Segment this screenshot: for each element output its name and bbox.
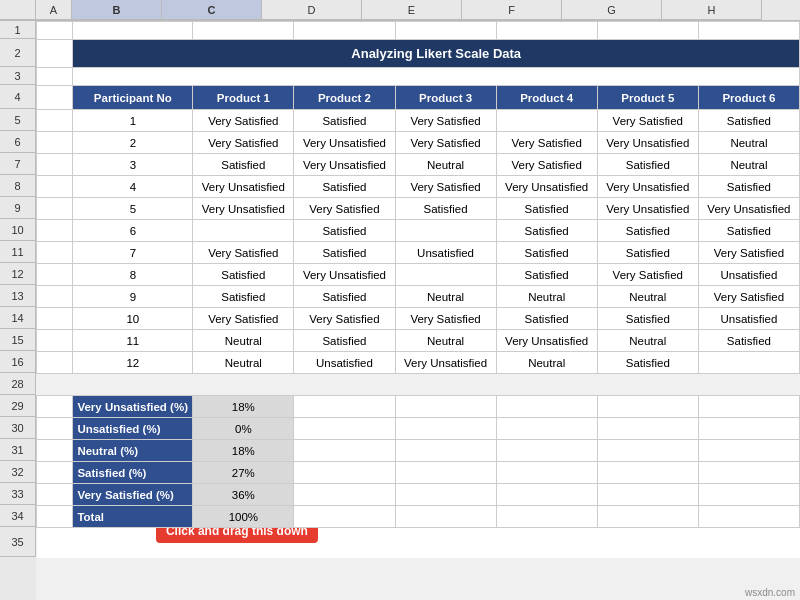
cell-7-p1: Satisfied	[193, 154, 294, 176]
data-row-12: 12 Neutral Unsatisfied Very Unsatisfied …	[37, 352, 800, 374]
cell-14-p5: Satisfied	[597, 308, 698, 330]
col-header-e: E	[362, 0, 462, 20]
summary-label-very-unsatisfied: Very Unsatisfied (%)	[73, 396, 193, 418]
data-row-10: 10 Very Satisfied Very Satisfied Very Sa…	[37, 308, 800, 330]
summary-row-unsatisfied: Unsatisfied (%) 0%	[37, 418, 800, 440]
cell-1-b	[73, 22, 193, 40]
data-row-11: 11 Neutral Satisfied Neutral Very Unsati…	[37, 330, 800, 352]
cell-5-no: 1	[73, 110, 193, 132]
cell-7-p5: Satisfied	[597, 154, 698, 176]
total-row: Total 100%	[37, 506, 800, 528]
cell-7-p3: Neutral	[395, 154, 496, 176]
cell-32-g	[597, 462, 698, 484]
cell-29-a	[37, 396, 73, 418]
cell-16-p6	[698, 352, 799, 374]
cell-13-p5: Neutral	[597, 286, 698, 308]
cell-8-p4: Very Unsatisfied	[496, 176, 597, 198]
data-row-9: 9 Satisfied Satisfied Neutral Neutral Ne…	[37, 286, 800, 308]
total-label: Total	[73, 506, 193, 528]
cell-15-p3: Neutral	[395, 330, 496, 352]
cell-8-p5: Very Unsatisfied	[597, 176, 698, 198]
cell-11-a	[37, 242, 73, 264]
cell-9-no: 5	[73, 198, 193, 220]
cell-31-f	[496, 440, 597, 462]
cell-34-a	[37, 506, 73, 528]
cell-12-p3	[395, 264, 496, 286]
cell-6-p1: Very Satisfied	[193, 132, 294, 154]
row-3	[37, 68, 800, 86]
cell-1-e	[395, 22, 496, 40]
cell-32-e	[395, 462, 496, 484]
cell-5-p3: Very Satisfied	[395, 110, 496, 132]
main-table: Analyzing Likert Scale Data Participant …	[36, 21, 800, 558]
col-header-d: D	[262, 0, 362, 20]
cell-5-p1: Very Satisfied	[193, 110, 294, 132]
cell-9-p6: Very Unsatisfied	[698, 198, 799, 220]
cell-13-no: 9	[73, 286, 193, 308]
total-value: 100%	[193, 506, 294, 528]
cell-15-no: 11	[73, 330, 193, 352]
cell-10-p2: Satisfied	[294, 220, 395, 242]
cell-15-p1: Neutral	[193, 330, 294, 352]
cell-15-a	[37, 330, 73, 352]
corner-cell	[0, 0, 36, 20]
cell-1-h	[698, 22, 799, 40]
cell-9-p4: Satisfied	[496, 198, 597, 220]
summary-label-satisfied: Satisfied (%)	[73, 462, 193, 484]
cell-32-f	[496, 462, 597, 484]
cell-13-p2: Satisfied	[294, 286, 395, 308]
cell-9-p5: Very Unsatisfied	[597, 198, 698, 220]
tooltip-box: Click and drag this down	[156, 528, 318, 543]
summary-value-satisfied: 27%	[193, 462, 294, 484]
grid-area: Analyzing Likert Scale Data Participant …	[36, 21, 800, 600]
data-row-5: 5 Very Unsatisfied Very Satisfied Satisf…	[37, 198, 800, 220]
data-row-6: 6 Satisfied Satisfied Satisfied Satisfie…	[37, 220, 800, 242]
cell-16-p3: Very Unsatisfied	[395, 352, 496, 374]
cell-14-p2: Very Satisfied	[294, 308, 395, 330]
cell-2-a	[37, 40, 73, 68]
cell-9-p3: Satisfied	[395, 198, 496, 220]
cell-15-p6: Satisfied	[698, 330, 799, 352]
excel-wrapper: A B C D E F G H 1 2 3 4 5 6 7 8 9 10 11 …	[0, 0, 800, 600]
summary-value-very-satisfied: 36%	[193, 484, 294, 506]
title-cell: Analyzing Likert Scale Data	[73, 40, 800, 68]
cell-5-p4	[496, 110, 597, 132]
cell-30-a	[37, 418, 73, 440]
cell-13-p6: Very Satisfied	[698, 286, 799, 308]
row-num-35: 35	[0, 527, 36, 557]
header-product2: Product 2	[294, 86, 395, 110]
cell-33-d	[294, 484, 395, 506]
header-participant: Participant No	[73, 86, 193, 110]
title-row: Analyzing Likert Scale Data	[37, 40, 800, 68]
row-1	[37, 22, 800, 40]
cell-5-p6: Satisfied	[698, 110, 799, 132]
cell-8-p3: Very Satisfied	[395, 176, 496, 198]
row-num-28: 28	[0, 373, 36, 395]
cell-29-h	[698, 396, 799, 418]
cell-5-a	[37, 110, 73, 132]
cell-33-a	[37, 484, 73, 506]
cell-32-a	[37, 462, 73, 484]
col-header-f: F	[462, 0, 562, 20]
cell-13-p3: Neutral	[395, 286, 496, 308]
row-num-6: 6	[0, 131, 36, 153]
cell-29-d	[294, 396, 395, 418]
row-num-11: 11	[0, 241, 36, 263]
cell-31-e	[395, 440, 496, 462]
row-num-33: 33	[0, 483, 36, 505]
summary-label-very-satisfied: Very Satisfied (%)	[73, 484, 193, 506]
cell-29-g	[597, 396, 698, 418]
cell-33-f	[496, 484, 597, 506]
cell-7-p4: Very Satisfied	[496, 154, 597, 176]
cell-9-p1: Very Unsatisfied	[193, 198, 294, 220]
cell-16-p1: Neutral	[193, 352, 294, 374]
cell-7-no: 3	[73, 154, 193, 176]
cell-13-p1: Satisfied	[193, 286, 294, 308]
cell-12-p5: Very Satisfied	[597, 264, 698, 286]
cell-9-a	[37, 198, 73, 220]
cell-29-e	[395, 396, 496, 418]
row-num-16: 16	[0, 351, 36, 373]
cell-12-p1: Satisfied	[193, 264, 294, 286]
cell-10-p5: Satisfied	[597, 220, 698, 242]
cell-14-p4: Satisfied	[496, 308, 597, 330]
